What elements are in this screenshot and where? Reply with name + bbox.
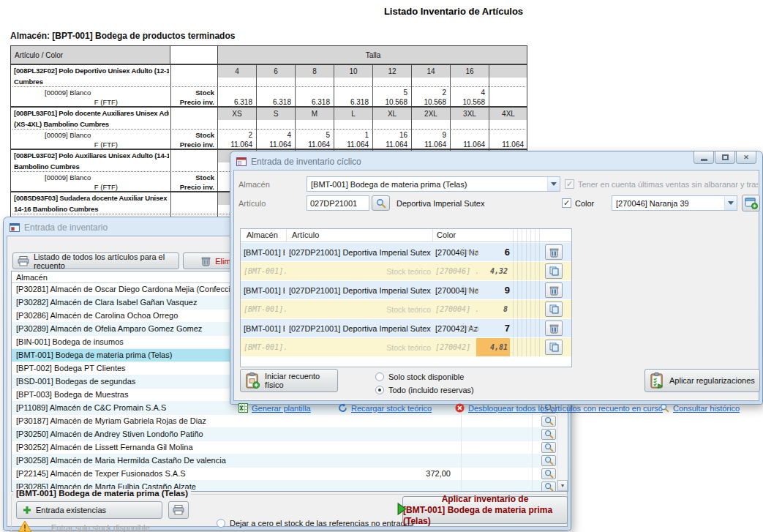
radio-todo[interactable] (375, 386, 384, 394)
col-almacen[interactable]: Almacén (247, 231, 278, 239)
report-col-talla: Talla (217, 46, 527, 64)
add-line-button[interactable] (742, 195, 760, 211)
copy-stock-button[interactable] (545, 340, 563, 355)
delete-row-button[interactable] (545, 244, 563, 260)
warehouse-list-item[interactable]: [P22145] Almacén de Texper Fusionados S.… (12, 468, 558, 481)
desbloquear-articulos-link-label: Desbloquear todos los artículos con recu… (468, 404, 663, 413)
trash-icon (549, 285, 559, 296)
search-icon (376, 198, 386, 209)
stock-value: 16 (373, 131, 407, 139)
aplicar-regularizaciones-button[interactable]: Aplicar regularizaciones (644, 369, 760, 392)
close-button[interactable]: ✕ (736, 151, 756, 164)
delete-row-button[interactable] (545, 282, 563, 298)
stock-teorico-row[interactable]: [BMT-001]...Stock teórico[270046] ...4,3… (241, 262, 571, 280)
color-label: [00009] Blanco (45, 89, 91, 97)
warehouse-list-item[interactable]: [P30252] Almacén de Lissett Fernanda Gil… (12, 441, 558, 454)
row-search-button[interactable] (541, 468, 556, 479)
grid-stripes (513, 262, 542, 280)
delete-row-button[interactable] (545, 321, 563, 336)
radio-solo-stock-label: Solo stock disponible (388, 372, 464, 381)
row-search-button[interactable] (541, 442, 556, 453)
warehouse-label: [P11089] Almacén de C&C Promain S.A.S (16, 403, 382, 412)
row-search-button[interactable] (541, 455, 556, 466)
row-search-button[interactable] (541, 416, 556, 427)
warehouse-list-item[interactable]: [P30258] Almacén de Maria Hermilda Casta… (12, 454, 558, 468)
size-header-cell: XS (218, 108, 256, 120)
family-label: F (FTF) (45, 183, 118, 191)
size-header-cell: 12 (373, 65, 411, 78)
printer-icon (173, 505, 184, 515)
price-value: 11.064 (296, 141, 330, 149)
color-checkbox[interactable]: ✓ (562, 198, 571, 208)
almacen-combo[interactable]: [BMT-001] Bodega de materia prima (Telas… (307, 176, 560, 192)
price-value: 6.318 (296, 98, 330, 106)
warehouse-label: [P30252] Almacén de Lissett Fernanda Gil… (16, 443, 382, 452)
col-color[interactable]: Color (437, 231, 456, 239)
ventas-checkbox-label: Tener en cuenta últimas ventas sin albar… (578, 180, 758, 189)
warning-icon (18, 520, 32, 532)
cell-stock-teorico-label: Stock teórico (289, 300, 431, 318)
iniciar-recuento-label: Iniciar recuento físico (265, 372, 337, 389)
price-value: 11.064 (489, 141, 524, 149)
recuento-item-row[interactable]: [BMT-001] B...[027DP21001] Deportiva Imp… (241, 281, 571, 299)
recuento-table-header: Almacén Artículo Color (241, 229, 571, 242)
radio-todo-label: Todo (incluido reservas) (388, 386, 474, 394)
stock-value: 1 (334, 131, 369, 139)
row-search-button[interactable] (541, 429, 556, 440)
clipboard-check-icon (650, 372, 665, 389)
color-combo[interactable]: [270046] Naranja 39 (612, 195, 737, 211)
row-search-button[interactable] (541, 482, 556, 492)
recargar-stock-link[interactable]: Recargar stock teórico (338, 403, 432, 413)
grid-stripes (513, 243, 542, 261)
print-entries-button[interactable] (168, 501, 189, 519)
radio-solo-stock[interactable] (375, 372, 384, 381)
color-checkbox-label: Color (575, 199, 594, 208)
article-name-line2: (XS-4XL) Bambolino Cumbres (14, 120, 169, 128)
entrada-existencias-button[interactable]: Entrada existencias (16, 501, 162, 519)
maximize-button[interactable] (715, 151, 735, 164)
radio-dejar-a-cero[interactable] (217, 519, 225, 528)
close-icon: ✕ (743, 154, 749, 161)
aplicar-inventario-button[interactable]: Aplicar inventario de [BMT-001] Bodega d… (402, 496, 568, 524)
article-name-line2: Cumbres (14, 78, 169, 86)
scroll-down-arrow[interactable]: ▼ (557, 480, 568, 491)
apply-arrow-icon (396, 503, 407, 515)
chevron-down-icon (547, 177, 560, 191)
copy-stock-button[interactable] (545, 263, 563, 279)
articulo-search-button[interactable] (372, 195, 390, 211)
recuento-item-row[interactable]: [BMT-001] B...[027DP21001] Deportiva Imp… (241, 243, 571, 261)
consultar-historico-link[interactable]: Consultar histórico (660, 403, 740, 413)
cell-articulo: [027DP21001] Deportiva Imperial Sutex (289, 319, 431, 337)
size-header-cell: 16 (451, 65, 489, 78)
generar-plantilla-link[interactable]: Generar plantilla (238, 403, 311, 413)
size-header-cell: S (257, 108, 295, 120)
article-name-line2: Bambolino Cumbres (14, 162, 169, 171)
cell-almacen-teorico: [BMT-001]... (244, 300, 287, 318)
articulo-code-input[interactable]: 027DP21001 (307, 195, 369, 211)
minimize-button[interactable] (694, 151, 714, 164)
inventario-ciclico-titlebar[interactable]: Entrada de inventario cíclico (230, 151, 762, 169)
cell-color-teorico: [270046] ... (435, 262, 478, 280)
window-controls: ✕ (694, 151, 756, 164)
copy-icon (549, 304, 559, 314)
cell-stock-teorico-label: Stock teórico (289, 338, 431, 356)
stock-teorico-row[interactable]: [BMT-001]...Stock teórico[270042] ...4,8… (241, 338, 571, 356)
stock-value: 4 (257, 131, 291, 139)
iniciar-recuento-button[interactable]: Iniciar recuento físico (240, 369, 338, 392)
inventario-ciclico-window-icon (236, 157, 247, 166)
report-title: Listado Inventario de Artículos (307, 6, 600, 17)
warehouse-list-item[interactable]: [P30250] Almacén de Andrey Stiven Londoñ… (12, 428, 558, 441)
add-window-icon (745, 198, 758, 209)
cell-almacen: [BMT-001] B... (244, 243, 285, 261)
report-col-article: Artículo / Color (11, 46, 170, 64)
report-table-header: Artículo / Color Talla (11, 46, 527, 65)
copy-stock-button[interactable] (545, 301, 563, 317)
col-articulo[interactable]: Artículo (292, 231, 319, 239)
desbloquear-articulos-link[interactable]: Desbloquear todos los artículos con recu… (455, 403, 663, 413)
header-stripes (513, 229, 542, 242)
cell-almacen: [BMT-001] B... (244, 319, 285, 337)
warehouse-list-item[interactable]: [P30187] Almacén de Myriam Gabriela Roja… (12, 415, 558, 428)
stock-teorico-row[interactable]: [BMT-001]...Stock teórico[270004] ...8 (241, 300, 571, 318)
listado-articulos-button[interactable]: Listado de todos los artículos para el r… (12, 252, 179, 269)
recuento-item-row[interactable]: [BMT-001] B...[027DP21001] Deportiva Imp… (241, 319, 571, 337)
